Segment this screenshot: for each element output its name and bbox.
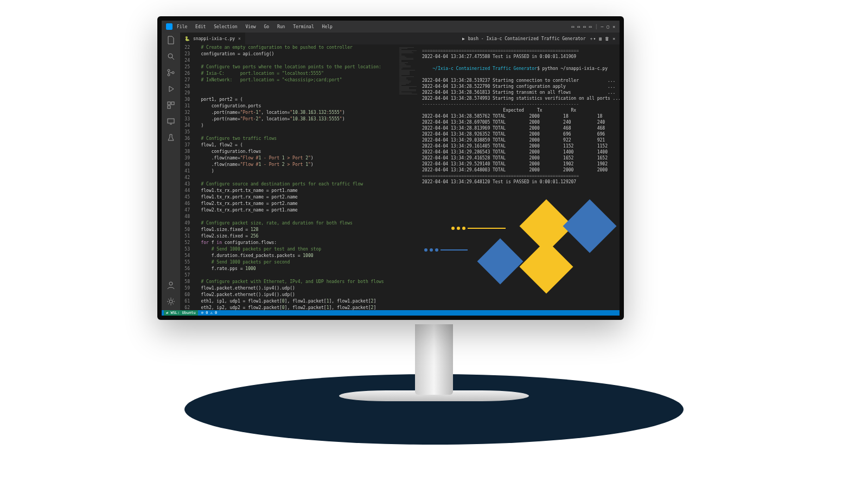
remote-icon: ⇄ <box>166 311 168 315</box>
code-line: 44 flow1.tx_rx.port.tx_name = port1.name <box>180 188 397 194</box>
menu-run[interactable]: Run <box>277 24 285 29</box>
svg-point-2 <box>168 69 170 72</box>
svg-rect-8 <box>168 106 170 108</box>
code-line: 35 <box>180 129 397 136</box>
menu-view[interactable]: View <box>245 24 256 29</box>
svg-point-3 <box>168 74 170 76</box>
code-line: 25 # Configure two ports where the locat… <box>180 64 397 70</box>
close-panel-icon[interactable]: ✕ <box>612 36 615 41</box>
code-line: 52 for f in configuration.flows: <box>180 240 397 246</box>
kill-terminal-icon[interactable]: 🗑 <box>605 36 609 41</box>
code-line: 45 flow1.tx_rx.port.rx_name = port2.name <box>180 194 397 201</box>
code-line: 33 .port(name="Port-2", location="10.38.… <box>180 116 397 123</box>
close-icon[interactable]: ✕ <box>612 24 615 29</box>
code-line: 60 flow2.packet.ethernet().ipv4().udp() <box>180 292 397 298</box>
code-line: 50 flow1.size.fixed = 128 <box>180 227 397 233</box>
code-line: 34 ) <box>180 123 397 129</box>
title-bar: File Edit Selection View Go Run Terminal… <box>162 21 620 33</box>
code-line: 57 <box>180 272 397 279</box>
layout-icon[interactable]: ▭ <box>571 24 574 29</box>
problems-indicator[interactable]: ⊘ 0 ⚠ 0 <box>201 311 218 315</box>
code-line: 31 configuration.ports <box>180 103 397 110</box>
activity-bar <box>162 33 180 310</box>
terminal-tabs: ▶ bash - Ixia-c Containerized Traffic Ge… <box>462 33 620 44</box>
code-editor[interactable]: 22 # Create an empty configuration to be… <box>180 44 397 310</box>
svg-point-11 <box>169 282 173 285</box>
code-line: 49 # Configure packet size, rate, and du… <box>180 220 397 227</box>
layout-icon[interactable]: ▭ <box>589 24 592 29</box>
terminal-output[interactable]: ========================================… <box>419 44 620 310</box>
code-line: 61 eth1, ip1, udp1 = flow1.packet[0], fl… <box>180 298 397 305</box>
svg-rect-7 <box>171 102 174 105</box>
gear-icon[interactable] <box>167 297 175 306</box>
code-line: 53 # Send 1000 packets per test and then… <box>180 246 397 253</box>
files-icon[interactable] <box>167 36 175 44</box>
add-terminal-icon[interactable]: ＋▾ <box>589 36 596 42</box>
code-line: 32 .port(name="Port-1", location="10.38.… <box>180 110 397 116</box>
remote-icon[interactable] <box>167 117 175 126</box>
code-line: 39 .flow(name="Flow #1 - Port 1 > Port 2… <box>180 155 397 162</box>
code-line: 42 <box>180 175 397 181</box>
menu-file[interactable]: File <box>177 24 187 29</box>
code-line: 24 <box>180 57 397 64</box>
menu-terminal[interactable]: Terminal <box>293 24 314 29</box>
code-line: 38 configuration.flows <box>180 149 397 155</box>
code-line: 26 # Ixia-C: port.location = "localhost:… <box>180 70 397 77</box>
svg-line-1 <box>172 57 174 60</box>
code-line: 62 eth2, ip2, udp2 = flow2.packet[0], fl… <box>180 305 397 310</box>
debug-icon[interactable] <box>167 85 175 93</box>
svg-rect-9 <box>168 119 174 123</box>
code-line: 29 <box>180 90 397 97</box>
vscode-window: File Edit Selection View Go Run Terminal… <box>162 21 620 316</box>
vscode-logo-icon <box>166 23 173 30</box>
code-line: 36 # Configure two traffic flows <box>180 136 397 142</box>
code-line: 54 f.duration.fixed_packets.packets = 10… <box>180 253 397 259</box>
menu-edit[interactable]: Edit <box>195 24 206 29</box>
code-line: 55 # Send 1000 packets per second <box>180 259 397 266</box>
svg-marker-5 <box>169 86 174 92</box>
code-line: 27 # IxNetwork: port.location = "<chassi… <box>180 77 397 84</box>
maximize-icon[interactable]: ▢ <box>607 24 609 29</box>
close-tab-icon[interactable]: × <box>238 36 241 41</box>
code-line: 58 # Configure packet with Ethernet, IPv… <box>180 279 397 285</box>
status-bar: ⇄ WSL: Ubuntu ⊘ 0 ⚠ 0 <box>162 310 620 316</box>
code-line: 59 flow1.packet.ethernet().ipv4().udp() <box>180 285 397 292</box>
code-line: 22 # Create an empty configuration to be… <box>180 44 397 51</box>
svg-point-12 <box>169 300 173 303</box>
code-line: 40 .flow(name="Flow #1 - Port 2 > Port 1… <box>180 162 397 168</box>
svg-point-0 <box>168 54 173 58</box>
svg-rect-6 <box>168 102 170 105</box>
code-line: 47 flow2.tx_rx.port.rx_name = port1.name <box>180 207 397 214</box>
menu-go[interactable]: Go <box>264 24 269 29</box>
code-line: 46 flow2.tx_rx.port.tx_name = port2.name <box>180 201 397 207</box>
code-line: 51 flow2.size.fixed = 256 <box>180 233 397 240</box>
code-line: 43 # Configure source and destination po… <box>180 181 397 188</box>
code-line: 37 flow1, flow2 = ( <box>180 142 397 149</box>
terminal-tab-label[interactable]: bash - Ixia-c Containerized Traffic Gene… <box>468 36 586 41</box>
account-icon[interactable] <box>167 281 175 290</box>
layout-icon[interactable]: ▭ <box>577 24 580 29</box>
test-icon[interactable] <box>167 133 175 142</box>
terminal-shell-icon: ▶ <box>462 36 465 41</box>
split-terminal-icon[interactable]: ▥ <box>599 36 602 41</box>
tab-label: snappi-ixia-c.py <box>193 36 235 41</box>
code-line: 56 f.rate.pps = 1000 <box>180 266 397 272</box>
code-line: 41 ) <box>180 168 397 175</box>
extensions-icon[interactable] <box>167 101 175 110</box>
code-line: 28 <box>180 84 397 90</box>
svg-point-4 <box>172 72 174 74</box>
main-menu: File Edit Selection View Go Run Terminal… <box>177 24 338 29</box>
minimize-icon[interactable]: — <box>601 24 604 29</box>
python-file-icon: 🐍 <box>184 36 190 41</box>
minimap[interactable] <box>397 44 419 310</box>
git-icon[interactable] <box>167 68 175 77</box>
menu-help[interactable]: Help <box>322 24 333 29</box>
code-line: 48 <box>180 214 397 220</box>
layout-icon[interactable]: ▭ <box>583 24 586 29</box>
code-line: 23 configuration = api.config() <box>180 51 397 57</box>
remote-indicator[interactable]: ⇄ WSL: Ubuntu <box>164 310 198 316</box>
code-line: 30 port1, port2 = ( <box>180 97 397 103</box>
search-icon[interactable] <box>167 52 175 61</box>
menu-selection[interactable]: Selection <box>214 24 237 29</box>
tab-snappi-ixia-c[interactable]: 🐍 snappi-ixia-c.py × <box>180 33 245 44</box>
